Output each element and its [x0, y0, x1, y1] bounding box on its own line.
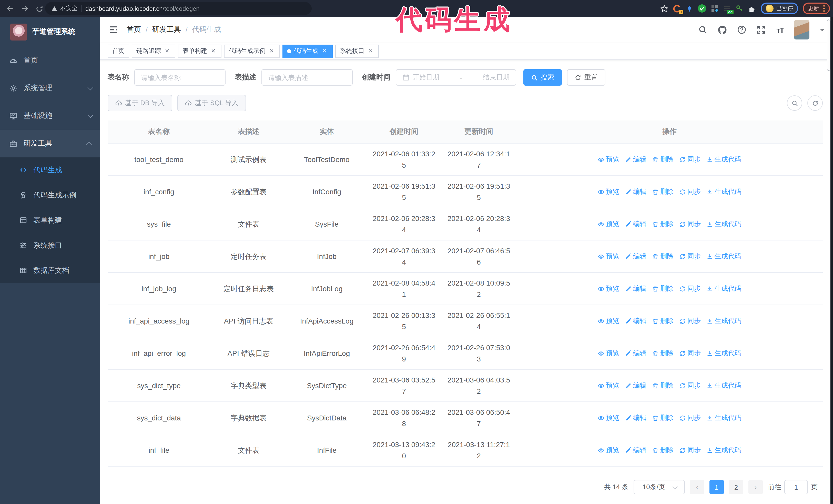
action-编辑[interactable]: 编辑 [625, 347, 646, 359]
table-name-input[interactable] [134, 69, 225, 86]
action-预览[interactable]: 预览 [598, 251, 619, 262]
browser-update-button[interactable]: 更新 [803, 3, 830, 14]
action-生成代码[interactable]: 生成代码 [706, 218, 741, 230]
hamburger-icon[interactable] [108, 25, 118, 35]
action-编辑[interactable]: 编辑 [625, 380, 646, 391]
search-button[interactable]: 搜索 [523, 69, 562, 86]
browser-reload-icon[interactable] [34, 3, 45, 14]
reset-button[interactable]: 重置 [567, 69, 605, 86]
page-button-2[interactable]: 2 [729, 480, 743, 494]
tab-首页[interactable]: 首页 [108, 44, 129, 58]
action-同步[interactable]: 同步 [679, 380, 701, 391]
next-page-button[interactable]: › [748, 480, 763, 494]
action-编辑[interactable]: 编辑 [625, 251, 646, 262]
action-生成代码[interactable]: 生成代码 [706, 445, 741, 456]
sidebar-item-研发工具[interactable]: 研发工具 [0, 130, 100, 158]
action-删除[interactable]: 删除 [652, 380, 673, 391]
action-生成代码[interactable]: 生成代码 [706, 380, 741, 391]
action-生成代码[interactable]: 生成代码 [706, 315, 741, 327]
action-删除[interactable]: 删除 [652, 283, 673, 294]
action-预览[interactable]: 预览 [598, 315, 619, 327]
tab-代码生成[interactable]: 代码生成✕ [282, 44, 333, 58]
fullscreen-icon[interactable] [757, 25, 766, 34]
date-range-picker[interactable]: 开始日期 - 结束日期 [396, 69, 516, 86]
submenu-item-表单构建[interactable]: 表单构建 [0, 208, 100, 233]
action-删除[interactable]: 删除 [652, 412, 673, 424]
action-预览[interactable]: 预览 [598, 283, 619, 294]
extension-key-icon[interactable] [736, 5, 743, 12]
action-同步[interactable]: 同步 [679, 283, 701, 294]
action-删除[interactable]: 删除 [652, 218, 673, 230]
action-预览[interactable]: 预览 [598, 380, 619, 391]
action-同步[interactable]: 同步 [679, 154, 701, 165]
action-生成代码[interactable]: 生成代码 [706, 186, 741, 197]
browser-forward-icon[interactable] [20, 3, 30, 14]
tab-表单构建[interactable]: 表单构建✕ [178, 44, 221, 58]
breadcrumb-tools[interactable]: 研发工具 [152, 25, 181, 34]
browser-back-icon[interactable] [5, 3, 15, 14]
close-icon[interactable]: ✕ [210, 47, 217, 55]
action-生成代码[interactable]: 生成代码 [706, 412, 741, 424]
extensions-puzzle-icon[interactable] [748, 4, 756, 13]
action-编辑[interactable]: 编辑 [625, 412, 646, 424]
security-warning[interactable]: 不安全 [51, 5, 78, 12]
help-icon[interactable] [737, 25, 747, 34]
action-编辑[interactable]: 编辑 [625, 283, 646, 294]
action-同步[interactable]: 同步 [679, 251, 701, 262]
sidebar-item-系统管理[interactable]: 系统管理 [0, 74, 100, 102]
action-同步[interactable]: 同步 [679, 186, 701, 197]
action-预览[interactable]: 预览 [598, 154, 619, 165]
chevron-down-icon[interactable] [820, 28, 825, 33]
user-avatar[interactable] [794, 20, 809, 40]
action-同步[interactable]: 同步 [679, 445, 701, 456]
close-icon[interactable]: ✕ [268, 47, 275, 55]
profile-chip[interactable]: 已暂停 [761, 3, 798, 14]
bookmark-star-icon[interactable] [660, 4, 668, 13]
action-编辑[interactable]: 编辑 [625, 186, 646, 197]
prev-page-button[interactable]: ‹ [690, 480, 704, 494]
action-同步[interactable]: 同步 [679, 218, 701, 230]
action-同步[interactable]: 同步 [679, 412, 701, 424]
import-sql-button[interactable]: 基于 SQL 导入 [177, 95, 246, 111]
breadcrumb-home[interactable]: 首页 [127, 25, 141, 34]
browser-menu-icon[interactable] [823, 5, 825, 12]
action-生成代码[interactable]: 生成代码 [706, 154, 741, 165]
refresh-table-button[interactable] [807, 95, 823, 111]
action-同步[interactable]: 同步 [679, 347, 701, 359]
action-预览[interactable]: 预览 [598, 218, 619, 230]
extension-grid-icon[interactable] [711, 5, 719, 12]
action-删除[interactable]: 删除 [652, 186, 673, 197]
action-预览[interactable]: 预览 [598, 445, 619, 456]
tab-系统接口[interactable]: 系统接口✕ [335, 44, 379, 58]
extension-switchyomega-icon[interactable]: on [723, 5, 731, 12]
submenu-item-系统接口[interactable]: 系统接口 [0, 233, 100, 258]
page-button-1[interactable]: 1 [710, 480, 724, 494]
close-icon[interactable]: ✕ [367, 47, 374, 55]
action-预览[interactable]: 预览 [598, 347, 619, 359]
action-生成代码[interactable]: 生成代码 [706, 283, 741, 294]
tab-代码生成示例[interactable]: 代码生成示例✕ [224, 44, 280, 58]
action-编辑[interactable]: 编辑 [625, 445, 646, 456]
action-编辑[interactable]: 编辑 [625, 218, 646, 230]
action-生成代码[interactable]: 生成代码 [706, 251, 741, 262]
extension-colorzilla-icon[interactable]: 1 [673, 4, 681, 13]
action-删除[interactable]: 删除 [652, 347, 673, 359]
action-删除[interactable]: 删除 [652, 315, 673, 327]
action-删除[interactable]: 删除 [652, 251, 673, 262]
goto-page-input[interactable] [784, 480, 808, 494]
app-logo[interactable]: 芋道管理系统 [0, 17, 100, 47]
sidebar-item-基础设施[interactable]: 基础设施 [0, 102, 100, 130]
action-预览[interactable]: 预览 [598, 412, 619, 424]
import-db-button[interactable]: 基于 DB 导入 [108, 95, 172, 111]
github-icon[interactable] [718, 25, 727, 34]
action-编辑[interactable]: 编辑 [625, 315, 646, 327]
submenu-item-代码生成[interactable]: 代码生成 [0, 158, 100, 183]
tab-链路追踪[interactable]: 链路追踪✕ [132, 44, 175, 58]
extension-check-icon[interactable] [698, 4, 706, 13]
close-icon[interactable]: ✕ [164, 47, 171, 55]
address-bar[interactable]: 不安全 dashboard.yudao.iocoder.cn/tool/code… [45, 2, 312, 15]
action-生成代码[interactable]: 生成代码 [706, 347, 741, 359]
action-删除[interactable]: 删除 [652, 154, 673, 165]
action-编辑[interactable]: 编辑 [625, 154, 646, 165]
submenu-item-数据库文档[interactable]: 数据库文档 [0, 258, 100, 283]
